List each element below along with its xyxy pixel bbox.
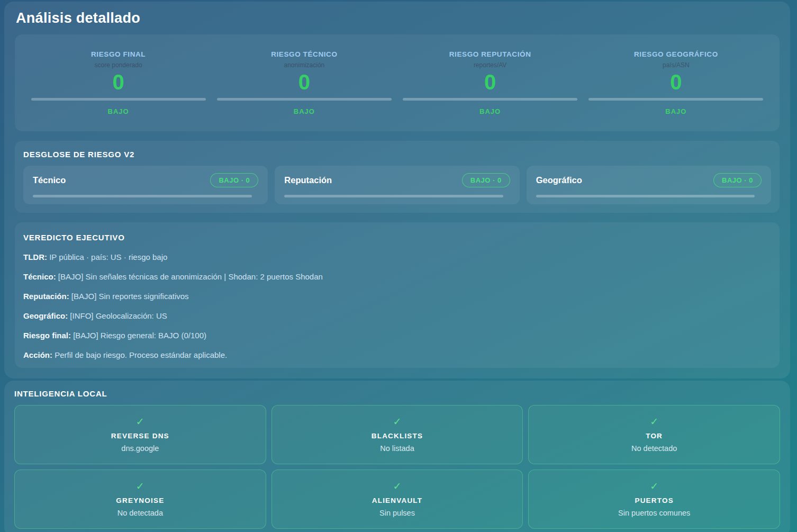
progress-track — [284, 195, 503, 197]
breakdown-heading: DESGLOSE DE RIESGO V2 — [23, 150, 771, 159]
intel-value: Sin pulses — [379, 509, 415, 517]
verdict-line-riesgo-final: Riesgo final: [BAJO] Riesgo general: BAJ… — [23, 331, 771, 340]
breakdown-label: Reputación — [284, 175, 332, 185]
intel-value: Sin puertos comunes — [618, 509, 690, 517]
metric-sublabel: anonimización — [284, 61, 325, 69]
verdict-line-reputacion: Reputación: [BAJO] Sin reportes signific… — [23, 292, 771, 301]
metric-riesgo-final: RIESGO FINAL score ponderado 0 BAJO — [25, 50, 211, 131]
intel-value: dns.google — [121, 444, 159, 453]
intel-card-tor: ✓ TOR No detectado — [528, 405, 780, 464]
intel-card-reverse-dns: ✓ REVERSE DNS dns.google — [14, 405, 266, 464]
intel-title: BLACKLISTS — [372, 432, 423, 440]
analysis-panel: Análisis detallado RIESGO FINAL score po… — [4, 2, 790, 378]
metric-sublabel: score ponderado — [95, 61, 142, 69]
local-intelligence-panel: INTELIGENCIA LOCAL ✓ REVERSE DNS dns.goo… — [4, 381, 790, 532]
risk-metrics-card: RIESGO FINAL score ponderado 0 BAJO RIES… — [15, 34, 780, 131]
check-icon: ✓ — [136, 481, 144, 491]
metric-riesgo-reputacion: RIESGO REPUTACIÓN reportes/AV 0 BAJO — [397, 50, 583, 131]
progress-track — [31, 98, 206, 101]
check-icon: ✓ — [393, 417, 402, 427]
metric-label: RIESGO TÉCNICO — [271, 50, 337, 58]
progress-track — [33, 195, 252, 197]
risk-badge: BAJO · 0 — [462, 173, 510, 187]
intel-value: No detectado — [631, 444, 677, 453]
metric-sublabel: reportes/AV — [474, 61, 506, 69]
verdict-line-tldr: TLDR: IP pública · país: US · riesgo baj… — [23, 253, 771, 262]
breakdown-row: Técnico BAJO · 0 Reputación BAJO · 0 Geo… — [23, 166, 771, 204]
breakdown-label: Técnico — [33, 175, 66, 185]
intel-title: ALIENVAULT — [372, 497, 423, 504]
intel-title: REVERSE DNS — [111, 432, 169, 440]
verdict-line-tecnico: Técnico: [BAJO] Sin señales técnicas de … — [23, 272, 771, 281]
breakdown-reputacion: Reputación BAJO · 0 — [275, 166, 519, 204]
metric-sublabel: país/ASN — [663, 61, 690, 69]
metric-riesgo-tecnico: RIESGO TÉCNICO anonimización 0 BAJO — [211, 50, 397, 131]
metric-value: 0 — [670, 70, 682, 94]
breakdown-geografico: Geográfico BAJO · 0 — [527, 166, 771, 204]
intel-card-puertos: ✓ PUERTOS Sin puertos comunes — [528, 470, 780, 529]
breakdown-label: Geográfico — [536, 175, 582, 185]
metric-level: BAJO — [479, 107, 501, 115]
metric-value: 0 — [113, 70, 124, 94]
metric-value: 0 — [484, 70, 496, 94]
risk-badge: BAJO · 0 — [210, 173, 258, 187]
check-icon: ✓ — [136, 417, 144, 427]
verdict-heading: VEREDICTO EJECUTIVO — [23, 233, 771, 242]
check-icon: ✓ — [650, 481, 658, 491]
intel-value: No listada — [380, 444, 414, 453]
risk-badge: BAJO · 0 — [713, 173, 762, 187]
metric-level: BAJO — [665, 107, 686, 115]
metric-level: BAJO — [294, 107, 315, 115]
intel-grid: ✓ REVERSE DNS dns.google ✓ BLACKLISTS No… — [14, 405, 780, 529]
breakdown-tecnico: Técnico BAJO · 0 — [23, 166, 268, 204]
metric-level: BAJO — [108, 107, 129, 115]
metric-riesgo-geografico: RIESGO GEOGRÁFICO país/ASN 0 BAJO — [583, 50, 769, 131]
intel-title: GREYNOISE — [116, 497, 164, 504]
intel-title: TOR — [646, 432, 663, 440]
check-icon: ✓ — [393, 481, 402, 491]
verdict-line-geografico: Geográfico: [INFO] Geolocalización: US — [23, 311, 771, 320]
risk-breakdown-card: DESGLOSE DE RIESGO V2 Técnico BAJO · 0 R… — [15, 141, 780, 213]
intel-value: No detectada — [117, 509, 163, 517]
intel-title: PUERTOS — [635, 497, 673, 504]
metric-value: 0 — [298, 70, 310, 94]
progress-track — [403, 98, 577, 101]
intel-heading: INTELIGENCIA LOCAL — [14, 389, 780, 398]
metric-label: RIESGO FINAL — [91, 50, 146, 58]
intel-card-blacklists: ✓ BLACKLISTS No listada — [271, 405, 523, 464]
intel-card-greynoise: ✓ GREYNOISE No detectada — [14, 470, 266, 529]
progress-track — [588, 98, 763, 101]
page-title: Análisis detallado — [16, 10, 780, 26]
metric-label: RIESGO REPUTACIÓN — [449, 50, 531, 58]
progress-track — [217, 98, 392, 101]
verdict-line-accion: Acción: Perfil de bajo riesgo. Proceso e… — [23, 350, 771, 359]
progress-track — [536, 195, 755, 197]
intel-card-alienvault: ✓ ALIENVAULT Sin pulses — [271, 470, 523, 529]
metric-label: RIESGO GEOGRÁFICO — [634, 50, 718, 58]
check-icon: ✓ — [650, 417, 658, 427]
executive-verdict-card: VEREDICTO EJECUTIVO TLDR: IP pública · p… — [15, 222, 780, 368]
